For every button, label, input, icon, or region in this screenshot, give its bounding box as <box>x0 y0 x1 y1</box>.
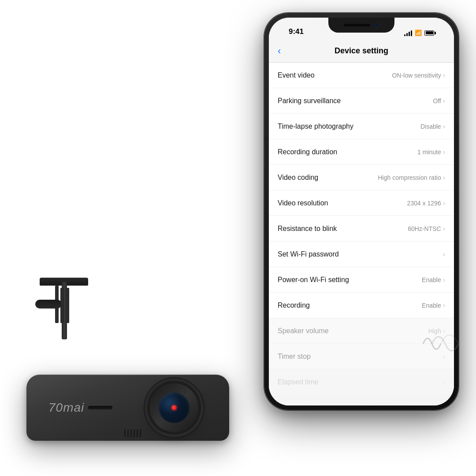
setting-label: Timer stop <box>278 353 311 361</box>
earpiece-speaker <box>344 24 370 26</box>
setting-value: 1 minute <box>417 149 441 156</box>
brand-label: 70mai <box>48 401 84 415</box>
status-icons: 📶 <box>404 30 441 36</box>
vent-5 <box>137 429 138 437</box>
setting-value-area: Enable› <box>422 301 445 309</box>
camera-lens <box>150 383 198 432</box>
sd-card-slot <box>88 406 112 409</box>
lens-inner <box>159 392 190 423</box>
setting-value-area: Enable› <box>422 276 445 284</box>
signal-bar-1 <box>404 34 405 36</box>
camera-body: 70mai <box>26 375 229 441</box>
setting-label: Set Wi-Fi password <box>278 250 339 258</box>
setting-label: Resistance to blink <box>278 225 337 233</box>
navigation-bar: ‹ Device setting <box>269 40 454 63</box>
chevron-right-icon: › <box>443 97 445 105</box>
setting-value-area: 1 minute› <box>417 148 445 156</box>
notch <box>328 18 394 33</box>
setting-value: 60Hz-NTSC <box>408 225 441 232</box>
speaker-vents <box>124 429 141 437</box>
chevron-right-icon: › <box>443 123 445 130</box>
lens-dot <box>171 405 177 410</box>
vent-4 <box>134 429 135 437</box>
setting-label: Speaker volume <box>278 327 329 335</box>
setting-value-area: Disable› <box>420 123 445 130</box>
power-button <box>458 93 458 123</box>
setting-item[interactable]: RecordingEnable› <box>269 293 454 318</box>
setting-item[interactable]: Resistance to blink60Hz-NTSC› <box>269 216 454 242</box>
wifi-icon: 📶 <box>415 30 422 36</box>
side-accessory <box>35 300 62 309</box>
setting-item[interactable]: Video resolution2304 x 1296› <box>269 190 454 216</box>
mute-button <box>264 79 265 97</box>
status-time: 9:41 <box>282 27 304 36</box>
vent-2 <box>127 429 129 437</box>
setting-item[interactable]: Time-lapse photographyDisable› <box>269 114 454 139</box>
setting-value: Enable <box>422 276 441 283</box>
mount-fin-3 <box>66 288 69 323</box>
setting-value-area: High compression ratio› <box>378 174 446 182</box>
setting-value: Off <box>433 97 441 104</box>
chevron-right-icon: › <box>443 71 445 79</box>
setting-item[interactable]: Power-on Wi-Fi settingEnable› <box>269 267 454 293</box>
setting-value-area: › <box>443 378 445 386</box>
setting-item[interactable]: Event videoON-low sensitivity› <box>269 63 454 88</box>
setting-label: Time-lapse photography <box>278 123 353 130</box>
sound-wave-decoration <box>419 326 463 361</box>
camera-product: 70mai <box>26 335 238 441</box>
setting-value-area: 2304 x 1296› <box>407 199 445 207</box>
chevron-right-icon: › <box>443 225 445 233</box>
setting-value-area: Off› <box>433 97 445 105</box>
chevron-right-icon: › <box>443 174 445 182</box>
setting-label: Video coding <box>278 174 318 182</box>
setting-value-area: › <box>443 250 445 258</box>
setting-value-area: 60Hz-NTSC› <box>408 225 445 233</box>
setting-value: High compression ratio <box>378 174 441 181</box>
volume-down-button <box>264 141 265 170</box>
setting-label: Recording duration <box>278 148 337 156</box>
setting-item[interactable]: Video codingHigh compression ratio› <box>269 165 454 190</box>
battery-icon <box>424 30 434 36</box>
volume-up-button <box>264 106 265 134</box>
setting-label: Event video <box>278 71 315 79</box>
setting-label: Video resolution <box>278 199 328 207</box>
setting-value: Disable <box>420 123 441 130</box>
setting-value: ON-low sensitivity <box>392 72 441 79</box>
vent-6 <box>140 429 141 437</box>
setting-value: Enable <box>422 302 441 309</box>
front-camera <box>375 23 379 27</box>
chevron-right-icon: › <box>443 378 445 386</box>
signal-bar-3 <box>409 32 410 36</box>
page-title: Device setting <box>335 46 388 56</box>
vent-1 <box>124 429 126 437</box>
setting-item[interactable]: Elapsed time› <box>269 369 454 395</box>
setting-item[interactable]: Recording duration1 minute› <box>269 139 454 165</box>
back-button[interactable]: ‹ <box>278 45 281 57</box>
setting-item[interactable]: Set Wi-Fi password› <box>269 242 454 267</box>
setting-label: Parking surveillance <box>278 97 341 105</box>
setting-item[interactable]: Parking surveillanceOff› <box>269 88 454 114</box>
signal-icon <box>404 30 412 36</box>
setting-value: 2304 x 1296 <box>407 200 441 207</box>
signal-bar-2 <box>406 33 408 36</box>
setting-value-area: ON-low sensitivity› <box>392 71 445 79</box>
chevron-right-icon: › <box>443 276 445 284</box>
battery-fill <box>426 31 433 34</box>
setting-label: Elapsed time <box>278 378 319 386</box>
setting-label: Recording <box>278 301 310 309</box>
signal-bar-4 <box>411 30 412 36</box>
setting-label: Power-on Wi-Fi setting <box>278 276 349 284</box>
vent-3 <box>130 429 132 437</box>
chevron-right-icon: › <box>443 250 445 258</box>
chevron-right-icon: › <box>443 301 445 309</box>
chevron-right-icon: › <box>443 148 445 156</box>
chevron-right-icon: › <box>443 199 445 207</box>
